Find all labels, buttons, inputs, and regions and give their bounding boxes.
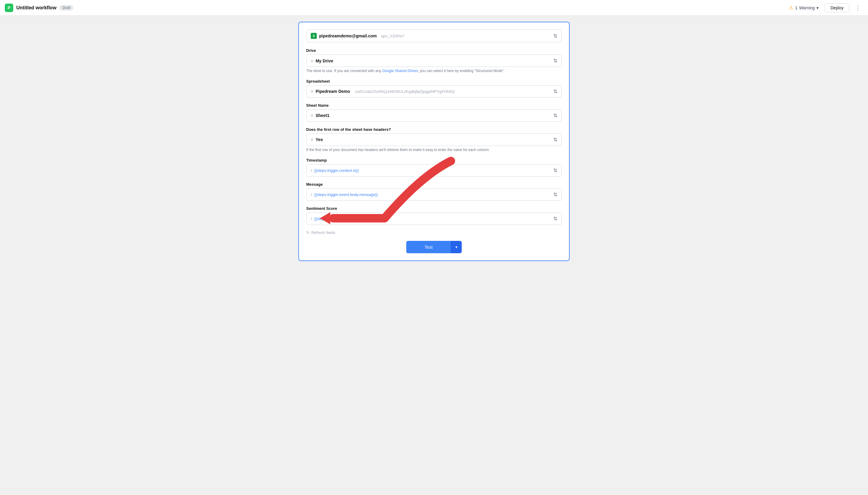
account-id: apn_V1hPw7	[381, 34, 404, 38]
spreadsheet-hamburger-icon: ≡	[311, 89, 313, 94]
cursor-icon: I	[311, 168, 312, 173]
headers-hint: If the first row of your document has he…	[306, 148, 562, 153]
app-header: P Untitled workflow Draft ⚠ 1 Warning ▾ …	[0, 0, 868, 16]
hamburger-icon: ≡	[311, 58, 313, 63]
spreadsheet-value: Pipedream Demo	[315, 89, 350, 94]
workflow-title: Untitled workflow	[16, 5, 56, 11]
chevron-down-icon: ▾	[816, 5, 819, 10]
sentiment-score-label: Sentiment Score	[306, 206, 562, 211]
pipedream-logo: P	[5, 4, 13, 12]
draft-badge: Draft	[59, 5, 73, 11]
message-cursor-icon: I	[311, 192, 312, 197]
sheet-name-label: Sheet Name	[306, 103, 562, 108]
message-field: Message I {{steps.trigger.event.body.mes…	[306, 182, 562, 201]
account-select-arrow: ⇅	[553, 33, 557, 39]
main-content: S pipedreamdemo@gmail.com apn_V1hPw7 ⇅ D…	[0, 16, 868, 267]
spreadsheet-field: Spreadsheet ≡ Pipedream Demo 1wGLhabZAoW…	[306, 79, 562, 98]
drive-hint: The drive to use. If you are connected w…	[306, 68, 562, 73]
more-options-button[interactable]: ⋮	[852, 3, 863, 13]
sentiment-cursor-icon: I	[311, 217, 312, 221]
sentiment-score-input[interactable]: I {{steps.sentiment.$return_value.score}…	[306, 212, 562, 225]
timestamp-value: {{steps.trigger.context.ts}}	[314, 168, 359, 173]
sheet-name-hamburger-icon: ≡	[311, 113, 313, 118]
account-left: S pipedreamdemo@gmail.com apn_V1hPw7	[311, 33, 404, 39]
test-chevron-icon: ▾	[455, 245, 457, 249]
headers-value: Yes	[315, 137, 323, 142]
account-row[interactable]: S pipedreamdemo@gmail.com apn_V1hPw7 ⇅	[306, 30, 562, 42]
sheet-name-select[interactable]: ≡ Sheet1 ⇅	[306, 109, 562, 122]
deploy-button[interactable]: Deploy	[824, 3, 849, 12]
test-area: Test ▾	[306, 241, 562, 253]
timestamp-label: Timestamp	[306, 158, 562, 163]
timestamp-input-left: I {{steps.trigger.context.ts}}	[311, 168, 359, 173]
warning-button[interactable]: ⚠ 1 Warning ▾	[786, 3, 821, 12]
message-input[interactable]: I {{steps.trigger.event.body.message}} ⇅	[306, 188, 562, 201]
headers-arrow: ⇅	[553, 137, 557, 142]
message-label: Message	[306, 182, 562, 187]
test-dropdown-button[interactable]: ▾	[451, 241, 462, 253]
spreadsheet-arrow: ⇅	[553, 89, 557, 95]
sentiment-score-arrow: ⇅	[553, 216, 557, 222]
google-shared-drives-link[interactable]: Google Shared Drives	[382, 69, 418, 73]
warning-count: 1	[795, 5, 797, 10]
sheet-name-field: Sheet Name ≡ Sheet1 ⇅	[306, 103, 562, 122]
spreadsheet-select[interactable]: ≡ Pipedream Demo 1wGLhabZAoWxj1eIWXBJLzK…	[306, 85, 562, 98]
headers-select-left: ≡ Yes	[311, 137, 323, 142]
sentiment-score-value: {{steps.sentiment.$return_value.score}}	[314, 217, 383, 221]
headers-select[interactable]: ≡ Yes ⇅	[306, 134, 562, 146]
drive-field: Drive ≡ My Drive ⇅ The drive to use. If …	[306, 48, 562, 73]
workflow-panel: S pipedreamdemo@gmail.com apn_V1hPw7 ⇅ D…	[298, 22, 570, 261]
warning-label: Warning	[799, 5, 815, 10]
spreadsheet-label: Spreadsheet	[306, 79, 562, 84]
header-left: P Untitled workflow Draft	[5, 4, 73, 12]
refresh-label: Refresh fields	[311, 230, 335, 235]
header-right: ⚠ 1 Warning ▾ Deploy ⋮	[786, 3, 863, 13]
sheet-name-value: Sheet1	[315, 113, 329, 118]
account-email: pipedreamdemo@gmail.com	[319, 33, 377, 38]
message-input-left: I {{steps.trigger.event.body.message}}	[311, 192, 378, 197]
test-btn-group: Test ▾	[406, 241, 462, 253]
drive-select[interactable]: ≡ My Drive ⇅	[306, 54, 562, 67]
message-arrow: ⇅	[553, 192, 557, 198]
headers-label: Does the first row of the sheet have hea…	[306, 127, 562, 132]
sheet-name-select-left: ≡ Sheet1	[311, 113, 329, 118]
spreadsheet-id: 1wGLhabZAoWxj1eIWXBJLzKgdkj6pQpgg94PYg4Y…	[355, 89, 455, 94]
sentiment-score-field: Sentiment Score I {{steps.sentiment.$ret…	[306, 206, 562, 225]
spreadsheet-select-left: ≡ Pipedream Demo 1wGLhabZAoWxj1eIWXBJLzK…	[311, 89, 455, 94]
sheet-name-arrow: ⇅	[553, 113, 557, 118]
drive-select-left: ≡ My Drive	[311, 58, 333, 63]
sentiment-score-input-left: I {{steps.sentiment.$return_value.score}…	[311, 217, 383, 221]
message-value: {{steps.trigger.event.body.message}}	[314, 192, 378, 197]
timestamp-arrow: ⇅	[553, 168, 557, 173]
sheets-icon: S	[311, 33, 317, 39]
headers-hamburger-icon: ≡	[311, 137, 313, 142]
timestamp-field: Timestamp I {{steps.trigger.context.ts}}…	[306, 158, 562, 177]
timestamp-input[interactable]: I {{steps.trigger.context.ts}} ⇅	[306, 164, 562, 177]
drive-value: My Drive	[315, 58, 333, 63]
test-button[interactable]: Test	[406, 241, 451, 253]
refresh-fields-button[interactable]: ↻ Refresh fields	[306, 230, 562, 235]
warning-icon: ⚠	[789, 5, 793, 11]
headers-field: Does the first row of the sheet have hea…	[306, 127, 562, 153]
drive-label: Drive	[306, 48, 562, 53]
drive-arrow: ⇅	[553, 58, 557, 64]
refresh-icon: ↻	[306, 230, 310, 235]
